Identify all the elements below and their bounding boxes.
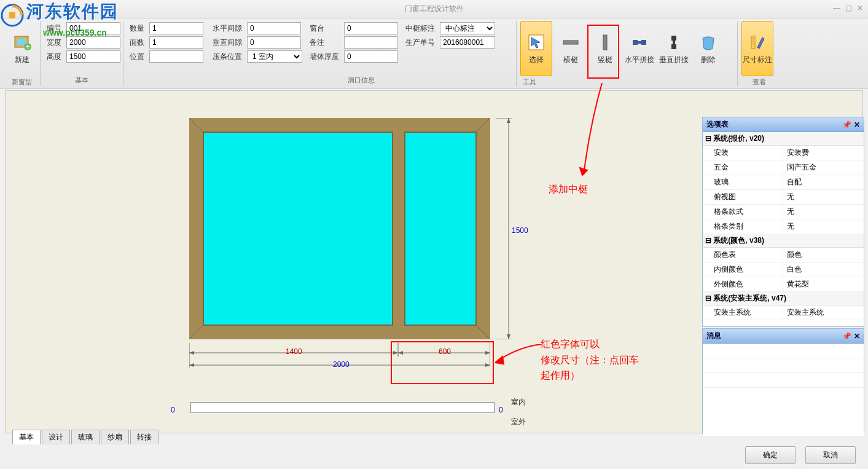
prop-val[interactable]: 安装费 <box>783 146 864 160</box>
vsplice-button[interactable]: 垂直拼接 <box>658 21 690 76</box>
maximize-icon[interactable]: ▢ <box>845 4 852 12</box>
svg-line-23 <box>477 326 490 339</box>
ok-button[interactable]: 确定 <box>745 446 796 464</box>
new-icon: + <box>12 33 32 52</box>
order-input[interactable] <box>440 36 495 49</box>
group-basic-label: 基本 <box>44 74 119 86</box>
message-panel-head[interactable]: 消息 📌✕ <box>703 329 864 344</box>
faces-input[interactable] <box>149 36 203 49</box>
hmullion-button[interactable]: 横梃 <box>555 21 587 76</box>
svg-line-22 <box>189 326 203 339</box>
prop-val[interactable]: 黄花梨 <box>783 277 864 291</box>
sill-input[interactable] <box>344 22 398 34</box>
hsplice-button[interactable]: 水平拼接 <box>624 21 655 76</box>
new-button[interactable]: + 新建 <box>7 21 36 76</box>
vmullion-label: 竖梃 <box>598 55 612 65</box>
close-icon[interactable]: ✕ <box>857 4 863 12</box>
prop-row[interactable]: 安装主系统安装主系统 <box>703 305 864 320</box>
tab-design[interactable]: 设计 <box>42 430 70 444</box>
prop-key: 颜色表 <box>703 248 783 262</box>
dim-total[interactable]: 2000 <box>333 360 350 369</box>
vmullion-button[interactable]: 竖梃 <box>589 21 621 76</box>
svg-text:+: + <box>25 42 29 51</box>
group-view-label: 查看 <box>741 76 777 88</box>
prop-val[interactable]: 自配 <box>783 175 864 189</box>
svg-rect-9 <box>633 40 638 45</box>
vgap-input[interactable] <box>247 36 301 49</box>
dimnote-label: 尺寸标注 <box>743 55 772 65</box>
prop-row[interactable]: 格条款式无 <box>703 205 864 219</box>
svg-rect-10 <box>641 40 646 45</box>
hgap-label: 水平间隙 <box>210 22 244 35</box>
dimnote-button[interactable]: 尺寸标注 <box>741 21 773 76</box>
order-label: 生产单号 <box>403 36 437 49</box>
dim-height[interactable]: 1500 <box>512 226 528 235</box>
prop-val[interactable]: 颜色 <box>783 248 864 262</box>
prop-row[interactable]: 颜色表颜色 <box>703 248 864 262</box>
prop-row[interactable]: 内侧颜色白色 <box>703 262 864 277</box>
mullion-note-select[interactable]: 中心标注 <box>440 22 495 34</box>
options-body: ⊟ 系统(报价, v20)安装安装费五金国产五金玻璃自配俯视图无格条款式无格条类… <box>703 132 864 327</box>
svg-rect-12 <box>671 36 676 41</box>
ruler-icon <box>748 33 767 52</box>
hgap-input[interactable] <box>247 22 301 34</box>
id-label: 编号 <box>44 22 64 35</box>
options-panel: 选项表 📌✕ ⊟ 系统(报价, v20)安装安装费五金国产五金玻璃自配俯视图无格… <box>702 117 864 327</box>
group-opening-label: 洞口信息 <box>210 74 512 86</box>
select-button[interactable]: 选择 <box>520 21 552 76</box>
tab-adapter[interactable]: 转接 <box>130 430 158 444</box>
pin-icon[interactable]: 📌 <box>842 120 851 129</box>
panel-close-icon[interactable]: ✕ <box>854 332 860 341</box>
annotation-arrow-2 <box>495 344 544 369</box>
prop-row[interactable]: 俯视图无 <box>703 190 864 205</box>
prop-val[interactable]: 无 <box>783 219 864 234</box>
dim-w2[interactable]: 600 <box>439 347 451 356</box>
strip-select[interactable]: 1 室内 <box>247 50 302 63</box>
prop-val[interactable]: 安装主系统 <box>783 305 864 320</box>
cancel-button[interactable]: 取消 <box>805 446 856 464</box>
prop-section[interactable]: ⊟ 系统(报价, v20) <box>703 132 864 146</box>
prop-val[interactable]: 无 <box>783 205 864 219</box>
note-input[interactable] <box>344 36 398 49</box>
wall-label: 墙体厚度 <box>307 50 342 63</box>
svg-rect-7 <box>563 41 578 44</box>
prop-section[interactable]: ⊟ 系统(颜色, v38) <box>703 234 864 248</box>
select-icon <box>526 33 546 52</box>
prop-row[interactable]: 外侧颜色黄花梨 <box>703 277 864 292</box>
tab-screen[interactable]: 纱扇 <box>101 430 129 444</box>
minimize-icon[interactable]: — <box>833 4 840 12</box>
prop-val[interactable]: 国产五金 <box>783 160 864 175</box>
ribbon-group-new: + 新建 新窗型 <box>4 21 41 86</box>
window-drawing[interactable] <box>189 118 490 339</box>
tab-basic[interactable]: 基本 <box>12 430 41 444</box>
delete-button[interactable]: 删除 <box>692 21 724 76</box>
group-qty-label <box>127 84 203 86</box>
prop-row[interactable]: 五金国产五金 <box>703 160 864 175</box>
pos-label: 位置 <box>127 50 147 63</box>
prop-key: 格条类别 <box>703 219 783 234</box>
tab-glass[interactable]: 玻璃 <box>71 430 100 444</box>
pin-icon[interactable]: 📌 <box>842 332 851 341</box>
panel-close-icon[interactable]: ✕ <box>854 120 860 129</box>
prop-row[interactable]: 玻璃自配 <box>703 175 864 190</box>
message-panel: 消息 📌✕ <box>702 328 864 434</box>
options-panel-head[interactable]: 选项表 📌✕ <box>703 117 864 132</box>
svg-rect-3 <box>17 39 26 45</box>
height-input[interactable] <box>66 50 120 63</box>
prop-val[interactable]: 白色 <box>783 262 864 277</box>
width-input[interactable] <box>66 36 120 49</box>
hmullion-icon <box>561 33 581 52</box>
prop-row[interactable]: 安装安装费 <box>703 146 864 160</box>
id-input[interactable] <box>66 22 120 34</box>
hmullion-label: 横梃 <box>563 55 578 65</box>
ribbon-group-view: 尺寸标注 查看 <box>738 21 781 86</box>
pane-left[interactable] <box>203 132 393 326</box>
wall-input[interactable] <box>344 50 398 63</box>
pane-right[interactable] <box>404 132 477 326</box>
prop-val[interactable]: 无 <box>783 190 864 204</box>
pos-input[interactable] <box>149 50 203 63</box>
prop-section[interactable]: ⊟ 系统(安装主系统, v47) <box>703 292 864 305</box>
dim-w1[interactable]: 1400 <box>286 347 302 356</box>
prop-row[interactable]: 格条类别无 <box>703 219 864 234</box>
qty-input[interactable] <box>149 22 203 34</box>
